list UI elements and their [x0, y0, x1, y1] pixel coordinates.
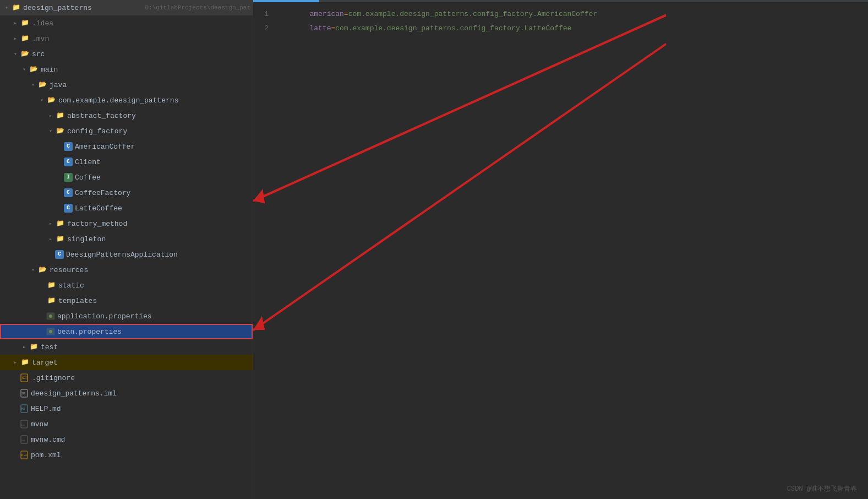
- iml-label: deesign_patterns.iml: [31, 389, 250, 398]
- root-path: D:\gitlabProjects\deesign_pat: [145, 4, 250, 11]
- folder-icon-java: 📂: [37, 80, 47, 90]
- tree-item-resources[interactable]: 📂 resources: [0, 262, 253, 278]
- tree-item-application-properties[interactable]: application.properties: [0, 308, 253, 324]
- root-label: deesign_patterns: [23, 4, 143, 12]
- folder-icon-templates: 📁: [46, 296, 56, 306]
- pomxml-label: pom.xml: [31, 451, 250, 459]
- watermark-text: CSDN @谁不想飞舞青春: [787, 485, 857, 493]
- tree-item-coffee[interactable]: I Coffee: [0, 170, 253, 185]
- svg-point-3: [49, 330, 52, 333]
- arrow-root: [2, 4, 11, 11]
- folder-icon-target: 📁: [20, 357, 30, 367]
- arrow-target: [11, 359, 20, 366]
- folder-icon-mvn: 📁: [20, 34, 30, 44]
- tree-item-main[interactable]: 📂 main: [0, 62, 253, 77]
- properties-icon-bean: [46, 327, 55, 336]
- folder-icon-src: 📂: [20, 49, 30, 59]
- arrow-main: [20, 66, 29, 73]
- md-icon: MD: [20, 404, 29, 413]
- tree-item-mvnwcmd[interactable]: cmd mvnw.cmd: [0, 432, 253, 447]
- lattecoffee-label: LatteCoffee: [75, 204, 250, 213]
- editor-content-area[interactable]: 1 american=com.example.deesign_patterns.…: [253, 2, 868, 499]
- class-icon-deesignapp: C: [55, 250, 64, 259]
- tree-item-gitignore[interactable]: GIT .gitignore: [0, 370, 253, 386]
- static-label: static: [58, 281, 250, 290]
- mvnw-icon: mvn: [20, 420, 29, 429]
- tree-item-iml[interactable]: IML deesign_patterns.iml: [0, 386, 253, 401]
- main-label: main: [41, 66, 250, 74]
- class-icon-lattecoffee: C: [64, 204, 73, 213]
- resources-label: resources: [50, 266, 250, 274]
- tree-item-root[interactable]: 📁 deesign_patterns D:\gitlabProjects\dee…: [0, 0, 253, 15]
- tree-item-target[interactable]: 📁 target: [0, 355, 253, 370]
- idea-label: .idea: [32, 19, 250, 28]
- properties-icon-app: [46, 312, 55, 321]
- tree-item-factory-method[interactable]: 📁 factory_method: [0, 216, 253, 231]
- java-label: java: [50, 81, 250, 89]
- arrow-config-factory: [46, 128, 55, 134]
- svg-point-1: [49, 314, 52, 318]
- arrow-factory-method: [46, 220, 55, 227]
- line-number-1: 1: [253, 10, 275, 18]
- tree-item-deesignapp[interactable]: C DeesignPatternsApplication: [0, 247, 253, 262]
- mvnwcmd-icon: cmd: [20, 435, 29, 444]
- templates-label: templates: [58, 297, 250, 305]
- tree-item-abstract-factory[interactable]: 📁 abstract_factory: [0, 108, 253, 123]
- svg-text:GIT: GIT: [22, 376, 28, 379]
- tree-item-lattecoffee[interactable]: C LatteCoffee: [0, 200, 253, 216]
- helpmd-label: HELP.md: [31, 405, 250, 413]
- folder-icon-com: 📂: [46, 95, 56, 105]
- gitignore-label: .gitignore: [32, 374, 250, 382]
- arrow-singleton: [46, 236, 55, 242]
- watermark: CSDN @谁不想飞舞青春: [787, 484, 857, 493]
- client-label: Client: [75, 158, 250, 166]
- tree-item-src[interactable]: 📂 src: [0, 46, 253, 62]
- tree-item-java[interactable]: 📂 java: [0, 77, 253, 93]
- svg-line-18: [253, 44, 666, 330]
- tree-item-helpmd[interactable]: MD HELP.md: [0, 401, 253, 416]
- folder-icon-static: 📁: [46, 280, 56, 290]
- tree-item-idea[interactable]: 📁 .idea: [0, 15, 253, 31]
- tree-item-bean-properties[interactable]: bean.properties: [0, 324, 253, 339]
- xml-icon: mxml: [20, 451, 29, 459]
- tree-item-mvn[interactable]: 📁 .mvn: [0, 31, 253, 46]
- test-label: test: [41, 343, 250, 351]
- app-properties-label: application.properties: [57, 312, 250, 321]
- folder-icon-idea: 📁: [20, 18, 30, 28]
- target-label: target: [32, 359, 250, 367]
- tree-item-client[interactable]: C Client: [0, 154, 253, 170]
- tree-item-mvnw[interactable]: mvn mvnw: [0, 416, 253, 432]
- red-arrows-overlay: [253, 2, 868, 499]
- tree-item-coffeefactory[interactable]: C CoffeeFactory: [0, 185, 253, 200]
- line-number-2: 2: [253, 24, 275, 32]
- folder-icon-factory-method: 📁: [55, 219, 65, 229]
- factory-method-label: factory_method: [67, 220, 250, 228]
- svg-line-17: [253, 15, 666, 200]
- class-icon-client: C: [64, 158, 73, 166]
- folder-icon-resources: 📂: [37, 265, 47, 275]
- arrow-java: [29, 82, 37, 88]
- mvn-label: .mvn: [32, 35, 250, 43]
- arrow-idea: [11, 20, 20, 26]
- folder-icon-abstract-factory: 📁: [55, 111, 65, 121]
- tree-item-static[interactable]: 📁 static: [0, 278, 253, 293]
- tree-item-singleton[interactable]: 📁 singleton: [0, 231, 253, 247]
- folder-icon-main: 📂: [29, 64, 39, 74]
- svg-text:cmd: cmd: [21, 439, 25, 442]
- svg-text:IML: IML: [21, 392, 26, 395]
- tree-item-com[interactable]: 📂 com.example.deesign_patterns: [0, 93, 253, 108]
- file-tree[interactable]: 📁 deesign_patterns D:\gitlabProjects\dee…: [0, 0, 253, 499]
- svg-text:mvn: mvn: [21, 424, 25, 426]
- abstract-factory-label: abstract_factory: [67, 112, 250, 120]
- tree-item-templates[interactable]: 📁 templates: [0, 293, 253, 308]
- folder-icon-singleton: 📁: [55, 234, 65, 244]
- svg-text:m: m: [21, 453, 23, 457]
- mvnw-label: mvnw: [31, 420, 250, 429]
- tree-item-americancoffer[interactable]: C AmericanCoffer: [0, 139, 253, 154]
- code-line-2-content: latte=com.example.deesign_patterns.confi…: [275, 16, 571, 41]
- tree-item-pomxml[interactable]: mxml pom.xml: [0, 447, 253, 463]
- coffeefactory-label: CoffeeFactory: [75, 189, 250, 197]
- tree-item-config-factory[interactable]: 📂 config_factory: [0, 123, 253, 139]
- tree-item-test[interactable]: 📁 test: [0, 339, 253, 355]
- class-icon-coffeefactory: C: [64, 188, 73, 197]
